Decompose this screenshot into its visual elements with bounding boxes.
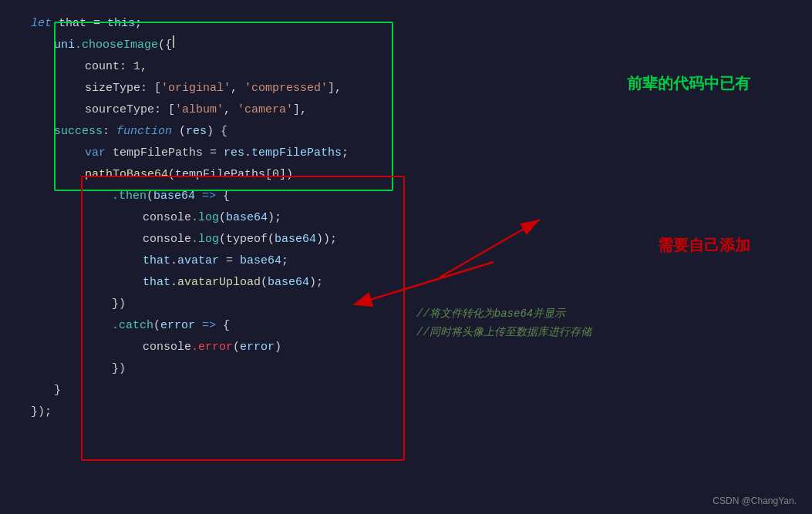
avatar-upload-fn: avatarUpload — [177, 273, 261, 293]
semi-1: ; — [342, 143, 349, 163]
upload-close: ); — [309, 273, 323, 293]
code-line-5: sourceType: [ 'album' , 'camera' ], — [0, 100, 812, 122]
res-param: ( — [172, 122, 186, 142]
code-line-8: pathToBase64 (tempFilePaths[0]) — [0, 165, 812, 186]
path-fn: pathToBase64 — [85, 165, 168, 185]
error-close: ) — [275, 338, 281, 358]
catch-arg: ( — [153, 316, 160, 336]
res-var: res — [186, 122, 207, 142]
code-line-16: console .error ( error ) — [0, 338, 812, 359]
album-str: 'album' — [175, 100, 224, 120]
paren-close: ) { — [207, 122, 227, 142]
count-val: 1 — [133, 57, 140, 77]
code-line-17: }) — [0, 359, 812, 381]
base64-arg-2: base64 — [275, 230, 316, 250]
function-kw: function — [116, 122, 172, 142]
kw-let: let — [31, 14, 52, 34]
base64-val: base64 — [240, 251, 281, 271]
code-line-2: uni .chooseImage ({ — [0, 35, 812, 57]
red-annotation-label: 需要自己添加 — [658, 235, 750, 256]
base64-param: base64 — [153, 186, 195, 207]
kw-this: this — [107, 14, 135, 34]
fat-arrow: => — [202, 186, 216, 207]
then-arg: ( — [147, 186, 153, 207]
code-paren: ({ — [158, 35, 172, 55]
green-annotation-label: 前辈的代码中已有 — [627, 73, 750, 94]
watermark: CSDN @ChangYan. — [713, 496, 797, 506]
console-3: console — [143, 338, 191, 358]
arrow-fn-2 — [195, 316, 202, 336]
eq-1: = — [219, 251, 240, 271]
cursor — [173, 35, 174, 48]
dot-2: . — [170, 251, 177, 271]
bracket-close: ], — [328, 79, 342, 99]
code-line-1: let that = this ; — [0, 14, 812, 35]
code-line-13: that . avatarUpload ( base64 ); — [0, 273, 812, 294]
semi-2: ; — [281, 251, 288, 271]
code-comma: , — [140, 57, 147, 77]
code-container: 前辈的代码中已有 需要自己添加 //将文件转化为base64并显示 //同时将头… — [0, 0, 812, 514]
code-line-19: }); — [0, 402, 812, 424]
close-1: }) — [112, 294, 126, 314]
console-1: console — [143, 208, 191, 228]
side-comment-2: //同时将头像上传至数据库进行存储 — [416, 325, 591, 339]
choose-method: .chooseImage — [75, 35, 158, 55]
close-4: }); — [31, 402, 52, 422]
avatar-prop: avatar — [177, 251, 219, 271]
base64-arg-1: base64 — [226, 208, 268, 228]
log-arg-2: (typeof( — [219, 230, 275, 250]
then-brace: { — [216, 186, 230, 207]
code-punc: ; — [135, 14, 142, 34]
dot-3: . — [170, 273, 177, 293]
log-close-1: ); — [268, 208, 281, 228]
bracket-close-2: ], — [293, 100, 307, 120]
temp-var: tempFilePaths = — [106, 143, 224, 163]
catch-method: .catch — [112, 316, 153, 336]
code-line-10: console .log ( base64 ); — [0, 208, 812, 230]
base64-arg-3: base64 — [268, 273, 309, 293]
catch-brace: { — [216, 316, 230, 336]
error-param: error — [160, 316, 195, 336]
dot: . — [244, 143, 251, 163]
code-line-14: }) — [0, 294, 812, 316]
side-comment-1: //将文件转化为base64并显示 — [416, 307, 565, 321]
sizetype-label: sizeType: [ — [85, 79, 161, 99]
colon: : — [103, 122, 116, 142]
comma-2: , — [224, 100, 238, 120]
close-3: } — [54, 381, 61, 401]
code-line-9: .then ( base64 => { — [0, 186, 812, 208]
console-2: console — [143, 230, 191, 250]
that-prop-2: that — [143, 273, 170, 293]
code-line-6: success : function ( res ) { — [0, 122, 812, 143]
error-arg: ( — [233, 338, 240, 358]
log-method-1: .log — [191, 208, 219, 228]
path-arg: (tempFilePaths[0]) — [168, 165, 293, 185]
original-str: 'original' — [161, 79, 231, 99]
error-val: error — [240, 338, 275, 358]
var-kw: var — [85, 143, 106, 163]
uni-obj: uni — [54, 35, 75, 55]
count-prop: count: — [85, 57, 133, 77]
camera-str: 'camera' — [238, 100, 293, 120]
close-2: }) — [112, 359, 126, 379]
log-arg-1: ( — [219, 208, 226, 228]
then-method: .then — [112, 186, 147, 207]
fat-arrow-2: => — [202, 316, 216, 336]
log-close-2: )); — [316, 230, 337, 250]
res-prop: res — [224, 143, 244, 163]
log-method-2: .log — [191, 230, 219, 250]
upload-arg: ( — [261, 273, 268, 293]
code-line-15: .catch ( error => { — [0, 316, 812, 338]
sourcetype-label: sourceType: [ — [85, 100, 175, 120]
code-text: that = — [52, 14, 107, 34]
arrow-fn — [195, 186, 202, 207]
compressed-str: 'compressed' — [244, 79, 328, 99]
code-line-18: } — [0, 381, 812, 402]
comma-1: , — [231, 79, 244, 99]
that-prop-1: that — [143, 251, 170, 271]
code-line-7: var tempFilePaths = res . tempFilePaths … — [0, 143, 812, 165]
error-method: .error — [191, 338, 233, 358]
temp-prop: tempFilePaths — [251, 143, 342, 163]
success-kw: success — [54, 122, 103, 142]
